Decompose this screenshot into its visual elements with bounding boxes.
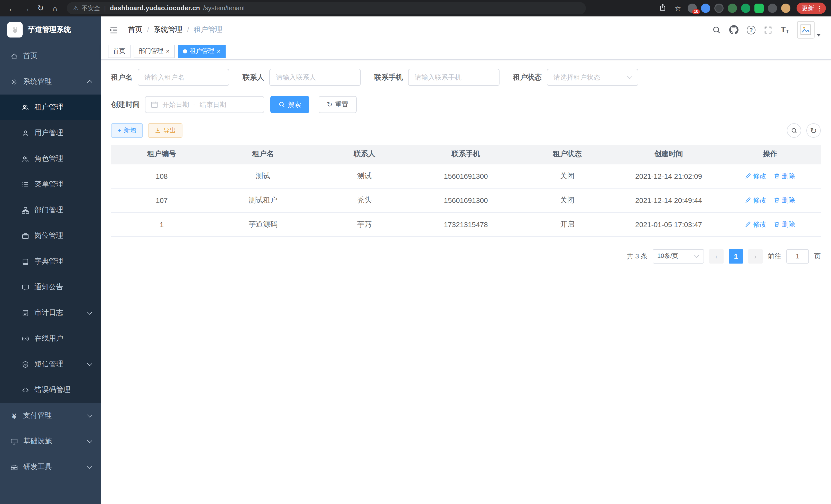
sidebar-item-sms[interactable]: 短信管理 <box>0 351 101 377</box>
contact-input[interactable] <box>276 73 354 81</box>
user-avatar-dropdown[interactable] <box>797 21 821 38</box>
tenant-name-input[interactable] <box>144 73 223 81</box>
edit-pencil-icon <box>745 197 752 203</box>
goto-page-input[interactable] <box>786 249 809 263</box>
tag-tenant[interactable]: 租户管理 × <box>178 45 226 58</box>
sidebar-item-devtool[interactable]: 研发工具 <box>0 454 101 480</box>
status-select[interactable] <box>547 69 638 86</box>
toggle-search-button[interactable] <box>787 123 801 138</box>
sidebar-item-infra[interactable]: 基础设施 <box>0 428 101 454</box>
table-row: 108 测试 测试 15601691300 关闭 2021-12-14 21:0… <box>111 164 821 188</box>
status-text: 关闭 <box>516 188 618 212</box>
extension-icon-4[interactable] <box>728 4 737 13</box>
contact-label: 联系人 <box>242 73 264 82</box>
refresh-icon: ↻ <box>810 126 817 136</box>
url-host[interactable]: dashboard.yudao.iocoder.cn <box>110 5 200 12</box>
help-icon[interactable]: ? <box>747 25 755 34</box>
browser-home-icon[interactable]: ⌂ <box>48 2 62 15</box>
breadcrumb-home[interactable]: 首页 <box>128 25 142 34</box>
sidebar-item-dict[interactable]: 字典管理 <box>0 249 101 274</box>
mobile-input[interactable] <box>415 73 493 81</box>
sidebar-item-user[interactable]: 用户管理 <box>0 120 101 146</box>
extension-icon-1[interactable]: 10 <box>688 4 697 13</box>
close-icon[interactable]: × <box>217 48 221 54</box>
sidebar-item-system[interactable]: 系统管理 <box>0 69 101 94</box>
fullscreen-icon[interactable] <box>764 25 772 34</box>
export-button[interactable]: 导出 <box>148 123 182 138</box>
tenant-name-label: 租户名 <box>111 73 133 82</box>
sidebar-item-auditlog[interactable]: 审计日志 <box>0 300 101 326</box>
bookmark-star-icon[interactable]: ☆ <box>672 4 684 12</box>
font-size-icon[interactable]: TT <box>781 25 789 34</box>
logo[interactable]: 芋道管理系统 <box>0 17 101 43</box>
browser-forward-icon[interactable]: → <box>20 2 33 15</box>
sidebar-item-errorcode[interactable]: 错误码管理 <box>0 377 101 403</box>
omnibox-divider: | <box>104 5 106 12</box>
trash-icon <box>774 173 780 179</box>
extensions-puzzle-icon[interactable] <box>768 4 777 13</box>
browser-profile-avatar[interactable] <box>781 4 791 13</box>
tag-home[interactable]: 首页 <box>108 45 131 58</box>
prev-page-button[interactable]: ‹ <box>709 249 724 263</box>
sidebar-item-tenant[interactable]: 租户管理 <box>0 94 101 120</box>
browser-refresh-icon[interactable]: ↻ <box>34 2 47 15</box>
org-tree-icon <box>22 206 29 214</box>
sidebar: 芋道管理系统 首页 系统管理 租户管理 用户管理 <box>0 17 101 504</box>
col-header-name: 租户名 <box>212 145 314 164</box>
date-range-picker[interactable]: 开始日期 - 结束日期 <box>145 96 264 113</box>
tags-view: 首页 部门管理 × 租户管理 × <box>101 43 831 60</box>
add-button[interactable]: + 新增 <box>111 123 143 138</box>
page-size-select[interactable]: 10条/页 <box>653 249 704 263</box>
goto-label: 前往 <box>768 251 781 261</box>
broadcast-icon <box>22 335 29 343</box>
close-icon[interactable]: × <box>166 48 170 54</box>
sidebar-item-notice[interactable]: 通知公告 <box>0 274 101 300</box>
next-page-button[interactable]: › <box>748 249 763 263</box>
sidebar-item-role[interactable]: 角色管理 <box>0 146 101 172</box>
sidebar-item-online[interactable]: 在线用户 <box>0 326 101 351</box>
sidebar-item-payment[interactable]: ¥ 支付管理 <box>0 403 101 428</box>
briefcase-icon <box>22 232 29 240</box>
refresh-table-button[interactable]: ↻ <box>806 123 821 138</box>
security-label[interactable]: 不安全 <box>82 4 100 12</box>
share-icon[interactable] <box>657 4 668 13</box>
sidebar-item-dept[interactable]: 部门管理 <box>0 197 101 223</box>
edit-link[interactable]: 修改 <box>745 171 767 181</box>
hamburger-icon[interactable] <box>109 25 119 35</box>
url-path[interactable]: /system/tenant <box>203 5 245 12</box>
edit-link[interactable]: 修改 <box>745 196 767 205</box>
extension-icon-2[interactable] <box>701 4 710 13</box>
reset-button[interactable]: ↻ 重置 <box>319 96 357 113</box>
home-icon <box>10 52 18 60</box>
caret-down-icon <box>816 34 821 36</box>
search-button[interactable]: 搜索 <box>270 96 309 113</box>
extension-icon-6[interactable] <box>754 4 764 13</box>
col-header-contact: 联系人 <box>314 145 415 164</box>
browser-back-icon[interactable]: ← <box>5 2 19 15</box>
delete-link[interactable]: 删除 <box>774 219 795 229</box>
search-icon[interactable] <box>712 25 721 34</box>
search-icon <box>279 101 285 108</box>
extension-badge: 10 <box>692 9 700 14</box>
delete-link[interactable]: 删除 <box>774 171 795 181</box>
browser-menu-icon[interactable]: ⋮ <box>816 4 823 12</box>
extension-icon-3[interactable] <box>714 4 724 13</box>
page-1-button[interactable]: 1 <box>729 249 743 263</box>
sidebar-item-home[interactable]: 首页 <box>0 43 101 69</box>
sidebar-item-post[interactable]: 岗位管理 <box>0 223 101 249</box>
tag-dept[interactable]: 部门管理 × <box>134 45 175 58</box>
address-bar[interactable]: ⚠ 不安全 | dashboard.yudao.iocoder.cn/syste… <box>67 2 586 14</box>
delete-link[interactable]: 删除 <box>774 196 795 205</box>
chevron-down-icon <box>87 412 92 417</box>
breadcrumb-system[interactable]: 系统管理 <box>154 25 182 34</box>
top-navbar: 首页 / 系统管理 / 租户管理 ? <box>101 17 831 43</box>
status-text: 开启 <box>516 212 618 236</box>
edit-link[interactable]: 修改 <box>745 219 767 229</box>
sidebar-item-menu[interactable]: 菜单管理 <box>0 172 101 197</box>
github-icon[interactable] <box>729 25 739 34</box>
calendar-icon <box>150 101 158 109</box>
col-header-created: 创建时间 <box>618 145 719 164</box>
extension-icon-5[interactable] <box>741 4 750 13</box>
browser-update-button[interactable]: 更新 ⋮ <box>797 3 826 14</box>
security-warning-icon[interactable]: ⚠ <box>73 5 79 12</box>
